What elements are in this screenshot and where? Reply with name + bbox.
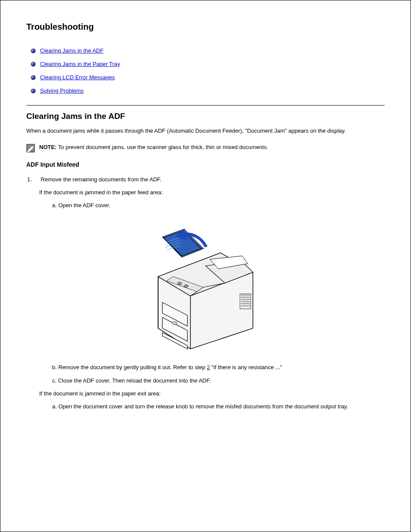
step-text: Remove the remaining documents from the …: [39, 176, 162, 183]
toc-link-2[interactable]: Clearing LCD Error Messages: [40, 74, 115, 81]
step-1-continued: If the document is jammed in the paper f…: [26, 189, 385, 196]
toc-list: Clearing Jams in the ADF Clearing Jams i…: [26, 47, 385, 94]
toc-item: Solving Problems: [31, 87, 385, 94]
step-if-a: a. Open the document cover and turn the …: [26, 403, 385, 411]
divider: [26, 105, 385, 106]
svg-point-3: [31, 88, 36, 93]
step-1a: a. Open the ADF cover.: [26, 202, 385, 209]
note-content: To prevent document jams, use the scanne…: [56, 144, 268, 150]
step-1: 1. Remove the remaining documents from t…: [26, 176, 385, 184]
step-1b: b. Remove the document by gently pulling…: [26, 364, 385, 371]
note-block: NOTE: To prevent document jams, use the …: [26, 143, 385, 152]
bullet-icon: [31, 62, 36, 67]
step-1c: c. Close the ADF cover. Then reload the …: [26, 377, 385, 385]
svg-rect-6: [240, 294, 251, 309]
toc-item: Clearing Jams in the ADF: [31, 47, 385, 54]
step-1b-post: "if there is any resistance ...": [210, 364, 282, 370]
svg-point-1: [31, 62, 36, 66]
instruction-image: [26, 216, 385, 352]
step-1b-pre: b. Remove the document by gently pulling…: [52, 364, 207, 370]
toc-link-1[interactable]: Clearing Jams in the Paper Tray: [40, 61, 120, 67]
step-if: If the document is jammed in the paper e…: [26, 390, 385, 398]
note-label: NOTE:: [39, 144, 56, 150]
bullet-icon: [31, 75, 36, 80]
svg-point-13: [172, 322, 177, 324]
sub-heading: ADF Input Misfeed: [26, 161, 385, 168]
note-icon: [26, 144, 35, 152]
toc-link-3[interactable]: Solving Problems: [40, 87, 84, 94]
step-number: 1.: [27, 176, 39, 184]
svg-point-14: [177, 282, 182, 285]
intro-paragraph: When a document jams while it passes thr…: [26, 127, 385, 135]
bullet-icon: [31, 88, 36, 93]
toc-item: Clearing Jams in the Paper Tray: [31, 61, 385, 67]
svg-point-0: [31, 48, 36, 53]
bullet-icon: [31, 48, 36, 53]
toc-link-0[interactable]: Clearing Jams in the ADF: [40, 47, 103, 54]
section-heading: Clearing Jams in the ADF: [26, 112, 385, 121]
note-text: NOTE: To prevent document jams, use the …: [39, 143, 268, 152]
svg-point-15: [184, 285, 188, 287]
toc-item: Clearing LCD Error Messages: [31, 74, 385, 81]
svg-point-2: [31, 75, 36, 80]
page-title: Troubleshooting: [26, 22, 385, 32]
